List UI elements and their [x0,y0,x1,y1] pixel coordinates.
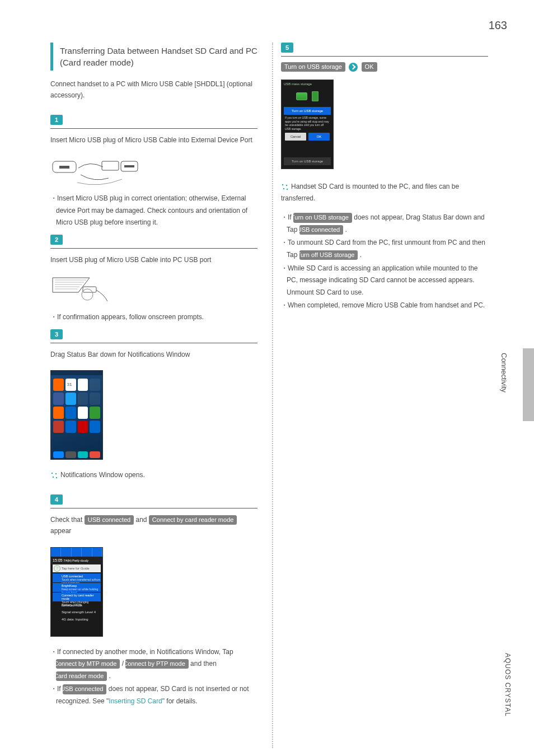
svg-rect-4 [124,165,134,167]
step-2-note: ・If confirmation appears, follow onscree… [50,311,257,324]
t: When completed, remove Micro USB Cable f… [288,301,485,309]
btn-usb-connected-3: USB connected [299,225,343,235]
step-5-note-4: ・When completed, remove Micro USB Cable … [281,300,488,312]
btn-turn-off-usb-storage: Turn off USB storage [299,250,358,260]
rule [50,508,257,508]
step-4-note-2: ・If USB connected does not appear, SD Ca… [50,683,257,707]
step-3-result-text: Notifications Window opens. [60,471,145,479]
step-3-badge: 3 [50,329,63,339]
t: and then [189,660,217,668]
btn-turn-on-usb-storage-2: Turn on USB storage [293,213,352,222]
mock-time: 15:05 [53,558,63,562]
arrow-icon [349,63,358,72]
svg-rect-1 [59,166,69,169]
step-5-result-text: Handset SD Card is mounted to the PC, an… [281,183,459,202]
screenshot-home [50,370,103,460]
m: OK [308,133,330,141]
step-3-result: Notifications Window opens. [50,469,257,480]
step-1-note-text: Insert Micro USB plug in correct orienta… [56,194,247,226]
page-number: 163 [489,19,507,32]
step-4-note-1: ・If connected by another mode, in Notifi… [50,646,257,683]
screenshot-notifications: 15:05 7/4(fri) Partly cloudy Tap here fo… [50,547,103,637]
mock-date: 7/4(fri) Partly cloudy [63,559,88,562]
svg-rect-2 [102,161,119,170]
m: 4G data: Inputting [53,617,101,626]
rule [50,248,257,249]
btn-mtp-mode: Connect by MTP mode [56,659,120,669]
link-inserting-sd-card[interactable]: Inserting SD Card [109,697,162,705]
step-5-action: Turn on USB storage OK [281,62,488,72]
side-model: AQUOS CRYSTAL [504,653,512,717]
btn-card-reader-mode-2: Card reader mode [56,671,107,681]
right-column: 5 Turn on USB storage OK USB mass storag… [281,43,488,748]
m: Turn on USB storage [284,157,331,165]
t: and [135,516,148,524]
side-tab-bg [523,348,534,421]
screenshot-usb-storage: USB mass storage Turn on USB storage If … [281,80,334,169]
rule [281,56,488,57]
t: If connected by another mode, in Notific… [57,648,233,656]
mock-guide: Tap here for Guide [53,564,101,572]
step-5-badge: 5 [281,43,293,53]
btn-turn-on-usb-storage: Turn on USB storage [281,62,345,72]
step-5-note-2: ・To unmount SD Card from the PC, first u… [281,237,488,261]
step-3-text: Drag Status Bar down for Notifications W… [50,349,257,360]
diagram-usb-pc [50,276,112,306]
t: . [107,672,111,680]
step-2-text: Insert USB plug of Micro USB Cable into … [50,254,257,265]
column-divider [272,43,273,748]
diagram-usb-handset [50,156,140,187]
rule [50,343,257,343]
btn-usb-connected-2: USB connected [63,684,106,694]
btn-ok: OK [362,62,377,72]
step-1-text: Insert Micro USB plug of Micro USB Cable… [50,134,257,146]
m: If you turn on USB storage, some apps yo… [285,116,330,130]
btn-card-reader-mode: Connect by card reader mode [149,515,237,525]
result-icon [281,183,289,191]
t: While SD Card is accessing an applicatio… [287,264,478,296]
btn-usb-connected: USB connected [85,515,134,525]
t: . [343,226,347,234]
side-chapter: Connectivity [500,353,508,393]
t: " for details. [162,697,198,705]
result-icon [50,472,58,479]
step-1-badge: 1 [50,115,63,125]
step-5-result: Handset SD Card is mounted to the PC, an… [281,181,488,204]
step-1-note: ・Insert Micro USB plug in correct orient… [50,193,257,229]
step-2-note-text: If confirmation appears, follow onscreen… [57,313,204,321]
rule [50,128,257,129]
m: Turn on USB storage [284,107,331,115]
t: Check that [50,516,85,524]
step-5-note-1: ・If Turn on USB storage does not appear,… [281,212,488,236]
left-column: Transferring Data between Handset SD Car… [50,43,257,748]
btn-ptp-mode: Connect by PTP mode [125,659,188,669]
m: Connect by card reader mode [62,594,93,600]
t: appear [50,527,71,535]
svg-point-6 [82,289,93,300]
step-2-badge: 2 [50,235,63,245]
t: . [358,251,362,259]
intro-text: Connect handset to a PC with Micro USB C… [50,78,257,101]
section-title: Transferring Data between Handset SD Car… [50,43,257,71]
m: USB mass storage [284,82,312,86]
step-5-note-3: ・While SD Card is accessing an applicati… [281,263,488,299]
step-4-badge: 4 [50,494,63,505]
step-4-text: Check that USB connected and Connect by … [50,514,257,537]
m: Cancel [285,133,306,141]
